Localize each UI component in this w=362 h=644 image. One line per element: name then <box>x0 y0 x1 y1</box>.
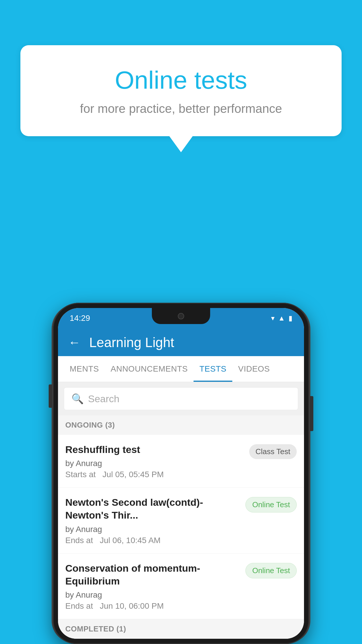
tab-ments[interactable]: MENTS <box>64 356 105 382</box>
time-label-1: Starts at <box>65 470 96 479</box>
speech-bubble-section: Online tests for more practice, better p… <box>20 45 342 152</box>
badge-3: Online Test <box>245 563 297 578</box>
test-item-2[interactable]: Newton's Second law(contd)-Newton's Thir… <box>58 488 304 553</box>
search-container: 🔍 Search <box>58 382 304 415</box>
test-name-1: Reshuffling test <box>65 443 245 456</box>
badge-1: Class Test <box>249 444 297 459</box>
status-time: 14:29 <box>70 314 90 323</box>
badge-2: Online Test <box>245 497 297 512</box>
tab-tests[interactable]: TESTS <box>194 356 232 382</box>
search-icon: 🔍 <box>71 393 84 405</box>
phone-mockup: 14:29 ▾ ▲ ▮ ← Learning Light MENTS <box>53 303 309 644</box>
status-icons: ▾ ▲ ▮ <box>271 314 292 322</box>
wifi-icon: ▾ <box>271 314 275 322</box>
test-info-2: Newton's Second law(contd)-Newton's Thir… <box>65 496 241 545</box>
time-value-3: Jun 10, 06:00 PM <box>100 601 164 610</box>
ongoing-section-header: ONGOING (3) <box>58 415 304 435</box>
camera <box>178 313 184 319</box>
tab-videos[interactable]: VIDEOS <box>232 356 276 382</box>
test-item-3[interactable]: Conservation of momentum-Equilibrium by … <box>58 554 304 619</box>
test-info-1: Reshuffling test by Anurag Starts at Jul… <box>65 443 245 479</box>
test-time-2: Ends at Jul 06, 10:45 AM <box>65 536 241 545</box>
app-header: ← Learning Light <box>58 328 304 356</box>
app-title: Learning Light <box>89 335 174 350</box>
test-author-1: by Anurag <box>65 459 245 468</box>
time-label-2: Ends at <box>65 536 93 545</box>
test-info-3: Conservation of momentum-Equilibrium by … <box>65 562 241 611</box>
phone-outer: 14:29 ▾ ▲ ▮ ← Learning Light MENTS <box>53 303 309 644</box>
tabs-bar: MENTS ANNOUNCEMENTS TESTS VIDEOS <box>58 356 304 382</box>
completed-label: COMPLETED (1) <box>65 624 126 633</box>
test-name-3: Conservation of momentum-Equilibrium <box>65 562 241 587</box>
test-name-2: Newton's Second law(contd)-Newton's Thir… <box>65 496 241 522</box>
time-value-2: Jul 06, 10:45 AM <box>100 536 161 545</box>
search-input[interactable]: Search <box>88 393 120 405</box>
test-author-3: by Anurag <box>65 590 241 600</box>
search-box[interactable]: 🔍 Search <box>64 387 298 410</box>
completed-section-header: COMPLETED (1) <box>58 619 304 639</box>
notch <box>152 308 210 324</box>
signal-icon: ▲ <box>278 314 285 322</box>
test-time-3: Ends at Jun 10, 06:00 PM <box>65 601 241 611</box>
time-value-1: Jul 05, 05:45 PM <box>103 470 164 479</box>
bubble-title: Online tests <box>38 66 324 94</box>
speech-bubble: Online tests for more practice, better p… <box>20 45 342 136</box>
bubble-tail <box>169 136 193 152</box>
back-button[interactable]: ← <box>68 336 80 349</box>
tab-announcements[interactable]: ANNOUNCEMENTS <box>105 356 194 382</box>
ongoing-label: ONGOING (3) <box>65 421 115 429</box>
status-bar: 14:29 ▾ ▲ ▮ <box>58 308 304 328</box>
battery-icon: ▮ <box>289 314 292 322</box>
test-item-1[interactable]: Reshuffling test by Anurag Starts at Jul… <box>58 435 304 488</box>
phone-screen: 14:29 ▾ ▲ ▮ ← Learning Light MENTS <box>58 308 304 639</box>
test-time-1: Starts at Jul 05, 05:45 PM <box>65 470 245 479</box>
bubble-subtitle: for more practice, better performance <box>38 102 324 116</box>
time-label-3: Ends at <box>65 601 93 610</box>
test-author-2: by Anurag <box>65 525 241 534</box>
